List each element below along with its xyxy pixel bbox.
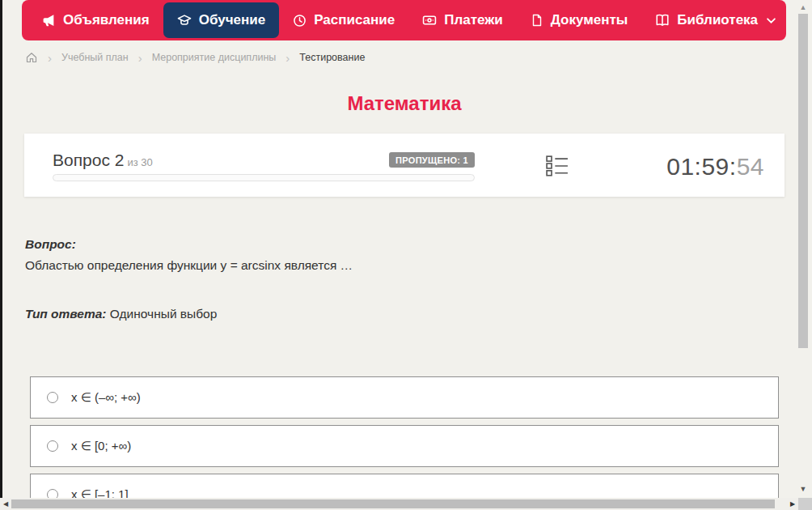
breadcrumb-separator-icon: ›: [285, 52, 290, 64]
timer-hours-minutes: 01:59:: [666, 153, 736, 180]
wallet-icon: [422, 13, 437, 28]
breadcrumb-item-study-plan[interactable]: Учебный план: [61, 52, 129, 63]
chevron-down-icon: [767, 18, 776, 23]
scroll-down-arrow-icon[interactable]: ▼: [797, 484, 809, 494]
document-icon: [531, 14, 543, 27]
answer-option-label: x ∈ [0; +∞): [71, 439, 131, 453]
book-icon: [655, 13, 670, 28]
nav-item-label: Платежи: [444, 12, 503, 28]
question-header-card: Вопрос 2из 30 ПРОПУЩЕНО: 1 01:59:54: [24, 134, 785, 197]
timer-seconds: 54: [737, 153, 764, 180]
nav-item-label: Документы: [551, 12, 628, 28]
breadcrumb-item-discipline-event[interactable]: Мероприятие дисциплины: [152, 52, 277, 63]
nav-item-label: Обучение: [199, 12, 265, 28]
page-title: Математика: [24, 92, 785, 115]
scrollbar-corner: [798, 498, 812, 510]
scroll-right-arrow-icon[interactable]: ▶: [788, 498, 797, 510]
answer-option-label: x ∈ (–∞; +∞): [71, 390, 141, 405]
question-number: Вопрос 2из 30: [53, 151, 153, 170]
horizontal-scrollbar[interactable]: ◀ ▶: [0, 498, 812, 510]
nav-item-library[interactable]: Библиотека: [641, 0, 789, 40]
radio-button[interactable]: [47, 392, 58, 403]
clock-icon: [293, 14, 307, 28]
radio-button[interactable]: [47, 440, 58, 452]
scroll-up-arrow-icon[interactable]: ▲: [797, 2, 809, 12]
answer-type-line: Тип ответа: Одиночный выбор: [25, 307, 217, 321]
question-total: из 30: [127, 156, 152, 168]
breadcrumb-item-current: Тестирование: [299, 52, 365, 63]
megaphone-icon: [42, 14, 56, 28]
test-page: Объявления Обучение Расписание Платежи Д…: [0, 0, 812, 510]
breadcrumb: › Учебный план › Мероприятие дисциплины …: [25, 51, 365, 64]
nav-item-payments[interactable]: Платежи: [408, 0, 517, 40]
question-number-label: Вопрос 2: [53, 151, 124, 169]
timer: 01:59:54: [666, 153, 764, 181]
nav-item-label: Объявления: [63, 12, 150, 28]
nav-item-documents[interactable]: Документы: [517, 0, 642, 40]
main-nav: Объявления Обучение Расписание Платежи Д…: [22, 0, 786, 40]
nav-item-schedule[interactable]: Расписание: [279, 0, 408, 40]
answer-type-value: Одиночный выбор: [110, 307, 218, 321]
graduation-cap-icon: [177, 13, 192, 28]
vertical-scrollbar-thumb[interactable]: [798, 14, 808, 348]
home-icon[interactable]: [25, 51, 38, 64]
skipped-badge: ПРОПУЩЕНО: 1: [389, 152, 475, 168]
window-left-edge: [0, 0, 2, 498]
breadcrumb-separator-icon: ›: [48, 52, 52, 64]
nav-item-label: Расписание: [314, 12, 395, 28]
nav-item-label: Библиотека: [677, 12, 758, 28]
answer-type-label: Тип ответа:: [25, 307, 107, 321]
answer-option-2[interactable]: x ∈ [0; +∞): [30, 425, 779, 467]
scroll-left-arrow-icon[interactable]: ◀: [1, 498, 11, 510]
nav-item-announcements[interactable]: Объявления: [28, 0, 163, 40]
question-list-icon[interactable]: [546, 155, 569, 180]
nav-item-learning[interactable]: Обучение: [163, 2, 279, 38]
horizontal-scrollbar-thumb[interactable]: [11, 499, 775, 508]
breadcrumb-separator-icon: ›: [138, 52, 142, 64]
question-text: Областью определения функции y = arcsinx…: [25, 258, 353, 273]
answer-option-1[interactable]: x ∈ (–∞; +∞): [30, 376, 779, 419]
progress-bar: [53, 174, 475, 181]
vertical-scrollbar[interactable]: ▲ ▼: [797, 0, 809, 498]
question-label: Вопрос:: [25, 237, 76, 252]
